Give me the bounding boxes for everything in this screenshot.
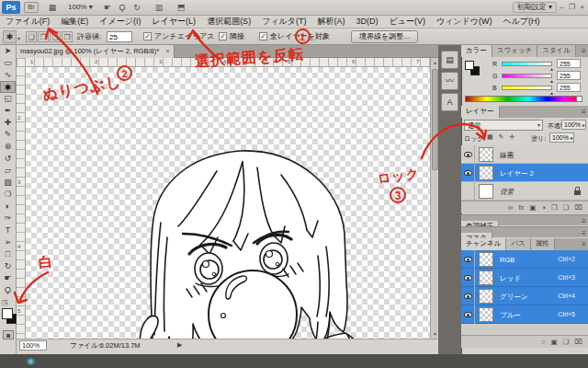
channel-thumbnail[interactable] <box>479 289 493 304</box>
visibility-cell[interactable] <box>461 287 475 305</box>
hand-tool-icon[interactable]: ☛ <box>101 1 114 14</box>
menu-item-2[interactable]: 編集(E) <box>55 16 94 28</box>
layer-thumbnail[interactable] <box>479 166 493 180</box>
close-button[interactable]: × <box>578 3 586 11</box>
channel-thumbnail[interactable] <box>479 307 493 322</box>
arrange-documents-icon[interactable]: ▥ <box>151 1 167 14</box>
refine-edge-button[interactable]: 境界線を調整... <box>351 30 418 43</box>
default-swatches-icon[interactable]: ◳ <box>2 299 14 307</box>
layer-thumbnail[interactable] <box>479 147 493 162</box>
eye-icon[interactable] <box>464 312 472 317</box>
collapsed-panel-3-icon[interactable]: A <box>441 93 458 111</box>
channel-row-3[interactable]: グリーンCtrl+4 <box>461 287 588 305</box>
gradient-tool[interactable]: ▨ <box>0 177 16 189</box>
save-selection-icon[interactable]: ▣ <box>551 338 558 346</box>
foreground-color-swatch[interactable] <box>2 308 13 319</box>
contiguous-checkbox[interactable]: ✓ <box>219 32 227 40</box>
eye-icon[interactable] <box>464 275 472 281</box>
blend-mode-dropdown[interactable]: 通常 ▾ <box>464 120 543 131</box>
tab-styles[interactable]: スタイル <box>537 45 576 57</box>
zoom-tool[interactable]: Ϙ <box>0 284 16 296</box>
canvas[interactable]: 帝 <box>26 67 430 339</box>
lock-icons[interactable]: ▦ ✎ ✛ <box>487 133 516 141</box>
menu-item-6[interactable]: フィルタ(T) <box>256 16 311 28</box>
channel-row-2[interactable]: レッドCtrl+3 <box>461 269 588 287</box>
bridge-icon[interactable]: Br <box>24 2 39 13</box>
menu-item-5[interactable]: 選択範囲(S) <box>201 16 256 28</box>
eraser-tool[interactable]: ▱ <box>0 165 16 177</box>
slider-track[interactable] <box>502 86 552 90</box>
layer-row-2[interactable]: レイヤー 2 <box>461 164 588 182</box>
delete-channel-icon[interactable]: ⌧ <box>574 338 582 346</box>
channel-row-4[interactable]: ブルーCtrl+5 <box>461 305 588 324</box>
visibility-cell[interactable] <box>461 269 475 287</box>
layer-style-icon[interactable]: fx <box>518 203 524 212</box>
path-selection-tool[interactable]: ➢ <box>0 236 16 248</box>
anti-alias-checkbox[interactable]: ✓ <box>143 32 152 40</box>
tab-layers[interactable]: レイヤー <box>461 106 500 118</box>
dodge-tool[interactable]: ◐ <box>0 201 16 213</box>
eye-icon[interactable] <box>464 170 472 176</box>
crop-tool[interactable]: ◱ <box>0 93 16 105</box>
slider-value[interactable]: 255 <box>557 83 581 92</box>
menu-item-3[interactable]: イメージ(I) <box>94 16 146 28</box>
panel-menu-icon[interactable]: ≡ <box>582 108 586 116</box>
document-tab[interactable]: masyou02.jpg @ 100% (レイヤー 2, RGB/8)* × <box>17 45 175 58</box>
new-selection-icon[interactable]: ❏ <box>26 31 37 42</box>
tool-preset-dropdown-icon[interactable]: ▾ <box>17 35 20 41</box>
tab-close-icon[interactable]: × <box>165 47 169 55</box>
color-spectrum-ramp[interactable] <box>465 96 582 102</box>
menu-item-1[interactable]: ファイル(F) <box>0 16 55 28</box>
visibility-cell[interactable] <box>461 164 475 182</box>
eyedropper-tool[interactable]: ✒ <box>0 105 16 117</box>
tolerance-input[interactable] <box>107 31 132 42</box>
zoom-level-dropdown[interactable]: 100% ▾ <box>68 2 93 13</box>
minimize-button[interactable]: – <box>558 3 566 11</box>
slider-track[interactable] <box>502 62 552 66</box>
panel-foreground-swatch[interactable] <box>465 61 474 70</box>
marquee-tool[interactable]: ▭ <box>0 57 16 69</box>
delete-layer-icon[interactable]: ⌧ <box>574 203 582 212</box>
brush-tool[interactable]: ✎ <box>0 129 16 141</box>
tab-channels[interactable]: チャンネル <box>461 238 506 250</box>
layer-group-icon[interactable]: ❐ <box>551 203 558 212</box>
scroll-up-icon[interactable]: ▲ <box>432 59 438 66</box>
slider-track[interactable] <box>502 74 552 78</box>
rotate-view-icon[interactable]: ↻ <box>130 1 143 14</box>
eye-icon[interactable] <box>464 257 472 262</box>
collapsed-panel-1-icon[interactable]: ▤ <box>441 51 458 69</box>
view-extras-icon[interactable]: ▦ <box>44 1 61 14</box>
subtract-selection-icon[interactable]: ❑ <box>50 31 61 42</box>
shape-tool[interactable]: □ <box>0 248 16 260</box>
new-channel-icon[interactable]: ❏ <box>563 338 570 346</box>
tab-paths[interactable]: パス <box>506 238 530 250</box>
status-zoom-field[interactable]: 100% <box>19 340 47 351</box>
layer-row-3[interactable]: 背景 <box>461 182 588 201</box>
eye-icon[interactable] <box>464 152 472 157</box>
collapsed-panel-2-icon[interactable]: 〰 <box>441 72 458 90</box>
intersect-selection-icon[interactable]: ❒ <box>62 31 73 42</box>
scroll-down-icon[interactable]: ▼ <box>432 330 438 338</box>
quick-mask-button[interactable]: ◙ <box>3 330 14 339</box>
channel-thumbnail[interactable] <box>479 270 493 285</box>
add-selection-icon[interactable]: ❐ <box>38 31 49 42</box>
zoom-tool-icon[interactable]: Ϙ <box>116 1 129 14</box>
tab-swatches[interactable]: スウォッチ <box>492 45 537 57</box>
opacity-value[interactable]: 100%▸ <box>561 120 586 130</box>
panel-menu-icon[interactable]: ≡ <box>582 217 586 225</box>
adjustment-layer-icon[interactable]: ◑ <box>541 203 546 212</box>
blur-tool[interactable]: ❍ <box>0 189 16 201</box>
new-layer-icon[interactable]: ❏ <box>563 203 570 212</box>
all-layers-checkbox[interactable]: ✓ <box>259 32 267 40</box>
eye-icon[interactable] <box>464 293 472 299</box>
screen-mode-icon[interactable]: ⬒ <box>173 1 189 14</box>
slider-value[interactable]: 255 <box>557 59 581 68</box>
history-brush-tool[interactable]: ↺ <box>0 153 16 165</box>
vertical-scrollbar[interactable]: ▲ ▼ <box>430 58 438 339</box>
layer-thumbnail[interactable] <box>479 184 493 199</box>
panel-menu-icon[interactable]: ≡ <box>582 240 586 248</box>
visibility-cell[interactable] <box>461 145 475 164</box>
menu-item-9[interactable]: ビュー(V) <box>383 16 430 28</box>
scrollbar-thumb[interactable] <box>432 69 438 170</box>
channel-thumbnail[interactable] <box>479 252 493 267</box>
